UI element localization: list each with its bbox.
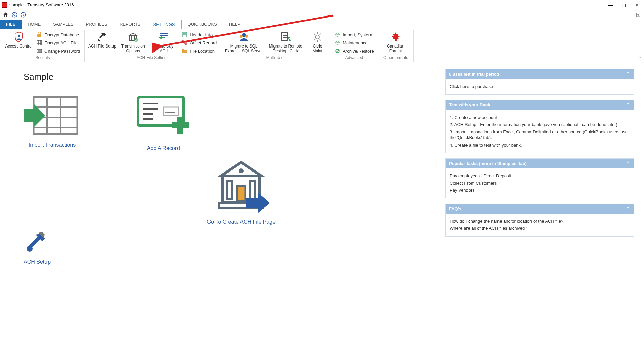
tree-icon	[182, 40, 188, 46]
import-transactions-tile[interactable]: Import Transactions	[24, 90, 81, 151]
app-icon	[2, 2, 7, 8]
forward-button[interactable]	[20, 11, 27, 19]
back-button[interactable]	[11, 11, 18, 19]
advanced-group-label: Advanced	[333, 55, 375, 61]
import-transactions-label: Import Transactions	[29, 142, 76, 148]
tab-help[interactable]: HELP	[223, 20, 247, 29]
svg-point-9	[40, 51, 41, 51]
offset-record-button[interactable]: Offset Record	[180, 39, 218, 46]
popular-task-direct-deposit[interactable]: Pay employees - Direct Deposit	[450, 173, 630, 179]
add-a-record-label: Add A Record	[147, 145, 180, 151]
tab-settings[interactable]: SETTINGS	[147, 20, 182, 29]
svg-rect-40	[177, 117, 183, 134]
svg-point-46	[239, 168, 244, 173]
svg-rect-13	[182, 40, 184, 42]
ribbon-tabs: FILE HOME SAMPLES PROFILES REPORTS SETTI…	[0, 20, 644, 29]
side-panels: 6 uses left in trial period. ⌃ Click her…	[445, 69, 634, 265]
citrix-maint-label: Citrix Maint	[308, 44, 327, 54]
archive-restore-button[interactable]: Archive/Restore	[333, 47, 375, 55]
ribbon-group-advanced: Import, System Maintenance Archive/Resto…	[330, 30, 378, 62]
import-icon	[24, 90, 81, 138]
tab-reports[interactable]: REPORTS	[114, 20, 147, 29]
faq-item-2[interactable]: Where are all of the ACH files archived?	[450, 225, 630, 231]
chevron-up-icon: ⌃	[626, 161, 630, 166]
svg-point-17	[240, 35, 243, 38]
faq-item-1[interactable]: How do I change the name and/or location…	[450, 218, 630, 224]
popular-task-collect[interactable]: Collect From Customers	[450, 180, 630, 186]
svg-point-20	[288, 37, 290, 39]
ach-setup-tile[interactable]: ACH Setup	[24, 231, 432, 265]
archive-restore-label: Archive/Restore	[343, 49, 374, 54]
faq-panel-title: FAQ's	[449, 206, 461, 211]
bank-arrow-icon	[207, 157, 275, 216]
folder-icon	[182, 48, 188, 54]
change-password-label: Change Password	[44, 49, 80, 54]
test-step-1: 1. Create a new account	[450, 115, 630, 121]
create-ach-file-tile[interactable]: Go To Create ACH File Page	[51, 157, 432, 225]
svg-rect-4	[37, 34, 41, 37]
header-info-button[interactable]: Header Info	[180, 31, 218, 38]
svg-point-7	[38, 51, 39, 51]
svg-point-0	[12, 12, 17, 17]
svg-rect-19	[282, 32, 288, 40]
server-share-icon	[280, 31, 292, 43]
svg-rect-44	[237, 186, 245, 201]
ribbon-group-ach-file-settings: ACH File Setup Transmission Options Same…	[85, 30, 221, 62]
tab-profiles[interactable]: PROFILES	[80, 20, 114, 29]
chevron-up-icon: ⌃	[626, 71, 630, 77]
purchase-link[interactable]: Click here to purchase	[450, 84, 630, 90]
maximize-button[interactable]: ▢	[621, 2, 626, 8]
tab-file[interactable]: FILE	[0, 20, 22, 29]
access-control-button[interactable]: Access Control	[4, 30, 34, 49]
encrypt-ach-file-button[interactable]: Encrypt ACH File	[35, 39, 82, 46]
svg-rect-5	[37, 40, 42, 45]
ach-file-settings-group-label: ACH File Settings	[87, 55, 218, 61]
transmission-options-button[interactable]: Transmission Options	[118, 30, 148, 54]
same-day-ach-label: Same Day ACH	[150, 44, 178, 54]
file-location-label: File Location	[190, 49, 215, 54]
gear-check-icon	[334, 40, 341, 46]
close-button[interactable]: ✕	[635, 2, 640, 8]
import-system-button[interactable]: Import, System	[333, 31, 375, 38]
key-icon	[36, 48, 42, 54]
minimize-button[interactable]: —	[608, 2, 613, 8]
ribbon: Access Control Encrypt Database Encrypt …	[0, 29, 644, 62]
multi-user-group-label: Multi-User	[224, 55, 327, 61]
migrate-sql-label: Migrate to SQL Express, SQL Server	[224, 44, 263, 54]
title-bar: sample - Treasury Software 2016 — ▢ ✕	[0, 0, 644, 10]
expand-icon[interactable]	[635, 11, 642, 19]
maintenance-label: Maintenance	[343, 40, 367, 45]
citrix-maint-button[interactable]: Citrix Maint	[307, 30, 327, 54]
test-bank-panel-header[interactable]: Test with your Bank ⌃	[446, 100, 634, 110]
popular-task-pay-vendors[interactable]: Pay Vendors	[450, 187, 630, 193]
change-password-button[interactable]: Change Password	[35, 47, 82, 55]
migrate-remote-button[interactable]: Migrate to Remote Desktop, Citrix	[265, 30, 306, 54]
canadian-format-button[interactable]: Canadian Format	[381, 30, 411, 54]
tab-samples[interactable]: SAMPLES	[47, 20, 79, 29]
other-formats-group-label: Other formats	[381, 55, 411, 61]
svg-rect-14	[185, 41, 187, 42]
migrate-sql-button[interactable]: Migrate to SQL Express, SQL Server	[224, 30, 264, 54]
file-location-button[interactable]: File Location	[180, 47, 218, 55]
tab-quickbooks[interactable]: QUICKBOOKS	[182, 20, 223, 29]
main-content: Sample Import Transactions	[0, 62, 644, 272]
faq-panel-header[interactable]: FAQ's ⌃	[446, 204, 634, 214]
trial-panel-header[interactable]: 6 uses left in trial period. ⌃	[446, 69, 634, 79]
gear-icon	[311, 31, 323, 43]
check-plus-icon	[135, 90, 192, 142]
gear-check-icon	[334, 32, 341, 38]
same-day-ach-button[interactable]: Same Day ACH	[149, 30, 179, 54]
ribbon-group-multi-user: Migrate to SQL Express, SQL Server Migra…	[221, 30, 330, 62]
ribbon-collapse-button[interactable]: ⌃	[638, 56, 641, 61]
add-a-record-tile[interactable]: Add A Record	[135, 90, 192, 151]
trial-panel: 6 uses left in trial period. ⌃ Click her…	[445, 69, 634, 95]
popular-tasks-panel-header[interactable]: Popular tasks (more in 'Samples' tab) ⌃	[446, 159, 634, 168]
encrypt-database-button[interactable]: Encrypt Database	[35, 31, 82, 38]
svg-rect-43	[250, 181, 255, 199]
tab-home[interactable]: HOME	[22, 20, 47, 29]
ach-file-setup-button[interactable]: ACH File Setup	[87, 30, 117, 49]
window-title: sample - Treasury Software 2016	[9, 2, 74, 7]
home-icon[interactable]	[2, 11, 9, 19]
test-bank-panel-title: Test with your Bank	[449, 102, 490, 107]
maintenance-button[interactable]: Maintenance	[333, 39, 375, 46]
